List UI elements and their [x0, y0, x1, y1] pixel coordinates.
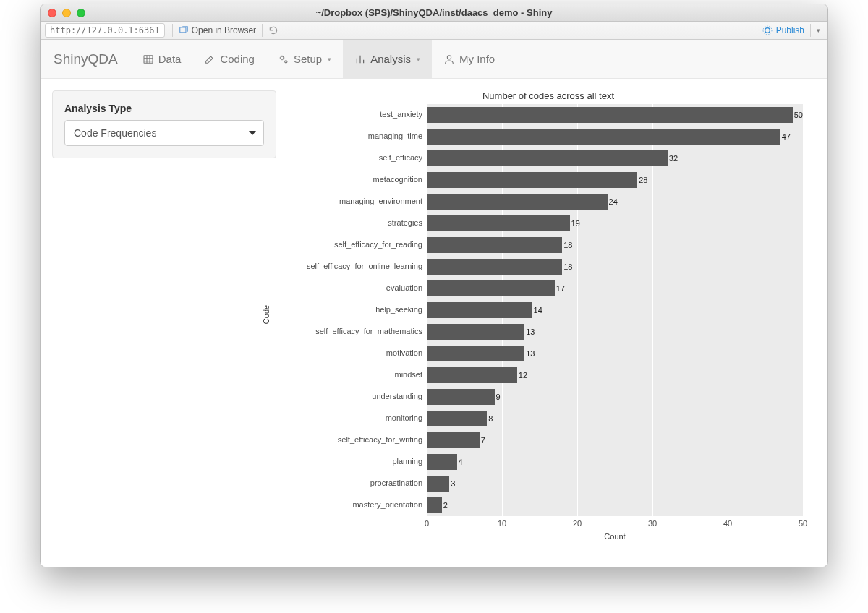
- bar-value-label: 50: [794, 111, 803, 119]
- x-tick-label: 20: [573, 519, 582, 528]
- open-in-browser-button[interactable]: Open in Browser: [176, 24, 259, 37]
- bar-value-label: 12: [519, 371, 527, 380]
- nav-label: Setup: [294, 53, 322, 65]
- chart-title: Number of codes across all text: [282, 90, 814, 101]
- bar-value-label: 19: [571, 219, 580, 228]
- nav-my-info[interactable]: My Info: [432, 40, 506, 78]
- bar: [427, 346, 524, 361]
- bar-value-label: 2: [443, 501, 448, 510]
- bar: [427, 454, 457, 470]
- nav-label: My Info: [459, 53, 495, 65]
- url-field[interactable]: http://127.0.0.1:6361: [45, 23, 165, 38]
- publish-icon: [762, 25, 773, 36]
- bar-row: motivation13: [427, 344, 803, 363]
- bar-row: mastery_orientation2: [427, 496, 803, 515]
- bar-value-label: 47: [782, 132, 791, 141]
- x-tick-label: 50: [799, 519, 807, 528]
- nav-setup[interactable]: Setup ▾: [266, 40, 343, 78]
- minimize-window-button[interactable]: [62, 9, 71, 17]
- svg-rect-3: [144, 55, 153, 63]
- chevron-down-icon: ▾: [417, 56, 420, 63]
- open-in-browser-label: Open in Browser: [192, 25, 256, 35]
- nav-analysis[interactable]: Analysis ▾: [343, 40, 432, 78]
- app-brand: ShinyQDA: [41, 40, 131, 78]
- bar-value-label: 28: [639, 176, 647, 184]
- publish-menu-caret[interactable]: ▾: [814, 27, 823, 34]
- bar: [427, 194, 608, 210]
- bar-chart-icon: [354, 53, 366, 65]
- nav-label: Data: [158, 53, 182, 65]
- browser-toolbar: http://127.0.0.1:6361 Open in Browser Pu…: [41, 22, 827, 40]
- bar-value-label: 17: [556, 284, 565, 293]
- sidebar-panel: Analysis Type Code Frequencies: [52, 90, 276, 158]
- y-tick-label: evaluation: [281, 283, 422, 292]
- x-tick-label: 30: [648, 519, 657, 528]
- bar-value-label: 7: [481, 436, 485, 445]
- publish-label: Publish: [776, 25, 804, 35]
- svg-rect-0: [179, 27, 185, 33]
- bar-row: self_efficacy_for_mathematics13: [427, 322, 803, 341]
- y-tick-label: mastery_orientation: [281, 500, 422, 509]
- bar-row: procrastination3: [427, 474, 803, 493]
- nav-label: Coding: [220, 53, 255, 65]
- separator: [262, 24, 263, 37]
- gears-icon: [278, 53, 289, 65]
- bar-value-label: 4: [459, 458, 463, 466]
- bar: [427, 107, 793, 123]
- publish-button[interactable]: Publish: [759, 23, 807, 38]
- bar-value-label: 18: [563, 241, 572, 249]
- x-tick-label: 0: [425, 519, 429, 528]
- svg-point-5: [285, 60, 287, 62]
- bar: [427, 432, 480, 448]
- separator: [810, 24, 811, 37]
- svg-point-6: [447, 55, 451, 59]
- y-tick-label: monitoring: [281, 413, 422, 422]
- bar-row: self_efficacy_for_writing7: [427, 431, 803, 450]
- x-axis-title: Count: [604, 532, 625, 541]
- y-tick-label: understanding: [281, 392, 422, 400]
- bar-row: mindset12: [427, 366, 803, 385]
- bar-value-label: 13: [526, 327, 535, 336]
- analysis-type-label: Analysis Type: [64, 103, 264, 114]
- x-axis: Count 01020304050: [427, 516, 803, 545]
- body-area: Analysis Type Code Frequencies Number of…: [41, 79, 827, 567]
- y-tick-label: self_efficacy_for_reading: [281, 240, 422, 249]
- bar: [427, 367, 517, 383]
- bar: [427, 411, 487, 426]
- y-tick-label: test_anxiety: [281, 110, 422, 119]
- nav-coding[interactable]: Coding: [192, 40, 266, 78]
- bar: [427, 215, 570, 231]
- chart-panel: Number of codes across all text Code tes…: [276, 79, 827, 567]
- y-tick-label: help_seeking: [281, 305, 422, 314]
- edit-icon: [204, 53, 216, 65]
- close-window-button[interactable]: [48, 9, 56, 17]
- separator: [172, 24, 173, 37]
- nav-label: Analysis: [370, 53, 411, 65]
- svg-point-2: [763, 26, 772, 35]
- bar-value-label: 24: [609, 197, 618, 206]
- bar: [427, 280, 555, 296]
- bar: [427, 150, 668, 166]
- analysis-type-select[interactable]: Code Frequencies: [64, 120, 264, 146]
- bar-value-label: 13: [526, 349, 535, 358]
- select-value: Code Frequencies: [74, 127, 156, 139]
- bar-row: planning4: [427, 453, 803, 471]
- bar-value-label: 8: [488, 414, 493, 423]
- y-tick-label: managing_time: [281, 132, 422, 140]
- chart-plot-area: Code test_anxiety50managing_time47self_e…: [427, 104, 803, 516]
- bar-value-label: 3: [451, 479, 455, 488]
- user-icon: [443, 53, 455, 65]
- bar-row: self_efficacy32: [427, 149, 803, 168]
- bar-row: self_efficacy_for_online_learning18: [427, 257, 803, 276]
- nav-data[interactable]: Data: [131, 40, 193, 78]
- zoom-window-button[interactable]: [77, 9, 85, 17]
- bar: [427, 172, 637, 188]
- gridline: [803, 104, 804, 516]
- bar-row: monitoring8: [427, 409, 803, 428]
- bar-value-label: 32: [669, 154, 678, 163]
- y-tick-label: mindset: [281, 370, 422, 379]
- refresh-button[interactable]: [265, 24, 281, 37]
- bar: [427, 476, 449, 492]
- y-tick-label: self_efficacy_for_writing: [281, 435, 422, 444]
- external-window-icon: [179, 25, 189, 35]
